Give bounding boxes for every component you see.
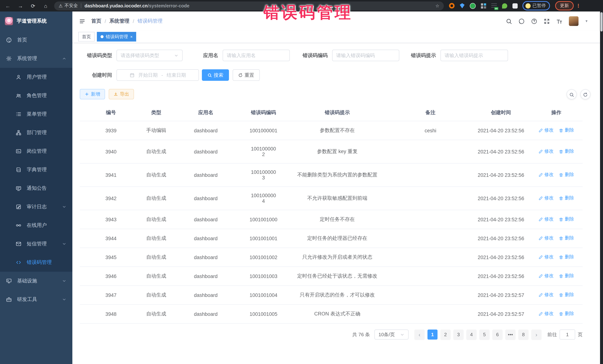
edit-link[interactable]: 修改	[538, 127, 554, 134]
error-code-input[interactable]: 请输入错误码编码	[332, 50, 399, 61]
lines-on-extension[interactable]: on	[491, 3, 497, 8]
delete-link[interactable]: 删除	[559, 311, 574, 317]
edit-link[interactable]: 修改	[538, 273, 554, 279]
browser-menu-icon[interactable]: ⋮	[576, 3, 581, 9]
user-avatar[interactable]	[569, 16, 579, 26]
calendar-icon	[129, 72, 135, 78]
sidebar-item-menu-list[interactable]: 菜单管理	[0, 105, 72, 123]
delete-link[interactable]: 删除	[559, 216, 574, 223]
edit-link[interactable]: 修改	[538, 311, 554, 317]
delete-link[interactable]: 删除	[559, 172, 574, 178]
page-button-5[interactable]: 5	[479, 330, 489, 340]
reload-icon[interactable]: ⟳	[29, 3, 37, 9]
sidebar-item-audit-log[interactable]: 审计日志	[0, 198, 72, 216]
app-name-input[interactable]: 请输入应用名	[223, 50, 290, 61]
hamburger-icon[interactable]	[79, 18, 85, 24]
breadcrumb-system[interactable]: 系统管理	[109, 18, 129, 24]
sidebar-item-label: 部门管理	[27, 129, 47, 136]
range-separator: -	[162, 72, 163, 78]
sidebar-item-devtool[interactable]: 研发工具	[0, 290, 72, 309]
search-icon[interactable]	[506, 18, 512, 24]
delete-link[interactable]: 删除	[559, 292, 574, 298]
delete-link[interactable]: 删除	[559, 235, 574, 242]
topbar: 首页 / 系统管理 / 错误码管理	[72, 11, 603, 31]
date-range-picker[interactable]: 开始日期 - 结束日期	[116, 69, 199, 81]
prev-page-button[interactable]: ‹	[415, 330, 425, 340]
delete-link[interactable]: 删除	[559, 148, 574, 155]
refresh-table-button[interactable]	[580, 89, 590, 99]
sidebar-item-user[interactable]: 用户管理	[0, 68, 72, 86]
edit-link[interactable]: 修改	[538, 172, 554, 178]
breadcrumb-home[interactable]: 首页	[91, 18, 101, 24]
edit-link[interactable]: 修改	[538, 235, 554, 242]
export-button[interactable]: 导出	[109, 89, 134, 99]
tab-home[interactable]: 首页	[78, 32, 95, 42]
search-button[interactable]: 搜索	[202, 69, 229, 81]
page-button-2[interactable]: 2	[441, 330, 451, 340]
sidebar-item-users[interactable]: 角色管理	[0, 86, 72, 105]
page-button-6[interactable]: 6	[492, 330, 502, 340]
delete-link[interactable]: 删除	[559, 195, 574, 201]
puzzle-extension[interactable]	[512, 3, 518, 8]
back-icon[interactable]: ←	[4, 3, 12, 9]
table-body: 3939手动编辑dashboard1001000001参数配置不存在ceshi2…	[80, 121, 583, 323]
error-msg-input[interactable]: 请输入错误码提示	[441, 50, 508, 61]
page-size-select[interactable]: 10条/页	[374, 330, 408, 340]
error-type-select[interactable]: 请选择错误码类型	[116, 50, 183, 61]
scrollbar-thumb[interactable]	[600, 12, 603, 32]
reset-button[interactable]: 重置	[233, 69, 260, 81]
sidebar-item-infra[interactable]: 基础设施	[0, 272, 72, 290]
toggle-search-button[interactable]	[567, 89, 577, 99]
chevron-down-icon	[62, 205, 66, 209]
edit-link[interactable]: 修改	[538, 216, 554, 223]
sidebar-item-code[interactable]: 错误码管理	[0, 253, 72, 272]
font-size-icon[interactable]	[556, 18, 563, 24]
delete-link[interactable]: 删除	[559, 273, 574, 279]
sidebar-item-dashboard[interactable]: 首页	[0, 31, 72, 49]
blue-gem-extension[interactable]	[460, 3, 464, 8]
sidebar-item-sms[interactable]: 短信管理	[0, 235, 72, 253]
grid-squares-extension[interactable]	[481, 3, 486, 8]
edit-link[interactable]: 修改	[538, 254, 554, 260]
address-bar[interactable]: ⚠ 不安全 dashboard.yudao.iocoder.cn /system…	[54, 1, 444, 10]
row-remark	[389, 229, 472, 248]
delete-link[interactable]: 删除	[559, 254, 574, 260]
column-header: 操作	[530, 105, 583, 121]
page-scrollbar[interactable]	[600, 11, 603, 364]
bookmark-star-icon[interactable]: ☆	[435, 3, 439, 8]
green-circle-extension[interactable]	[470, 3, 476, 9]
edit-link[interactable]: 修改	[538, 195, 554, 201]
edit-icon	[538, 173, 543, 177]
page-button-4[interactable]: 4	[466, 330, 476, 340]
delete-icon	[559, 128, 563, 133]
orange-ring-extension[interactable]	[449, 3, 454, 9]
page-button-3[interactable]: 3	[453, 330, 464, 340]
extension-paused-pill[interactable]: 已暂停	[522, 1, 550, 10]
close-icon[interactable]: ×	[130, 34, 133, 39]
fullscreen-icon[interactable]	[544, 18, 550, 24]
tab-error-code[interactable]: 错误码管理×	[97, 32, 136, 42]
avatar-caret-icon[interactable]: ▼	[585, 19, 588, 23]
edit-link[interactable]: 修改	[538, 148, 554, 155]
goto-page-input[interactable]: 1	[560, 330, 575, 340]
sidebar-item-post-card[interactable]: 岗位管理	[0, 142, 72, 161]
sidebar-logo-row[interactable]: 芋道管理系统	[0, 11, 72, 31]
add-button[interactable]: 新增	[80, 89, 105, 99]
help-icon[interactable]	[531, 18, 537, 24]
next-page-button[interactable]: ›	[531, 330, 541, 340]
forward-icon[interactable]: →	[16, 3, 24, 9]
sidebar-item-org-tree[interactable]: 部门管理	[0, 123, 72, 142]
github-icon[interactable]	[518, 18, 525, 24]
sidebar-item-gear[interactable]: 系统管理	[0, 49, 72, 68]
sidebar-item-link[interactable]: 在线用户	[0, 216, 72, 235]
sidebar-item-notice[interactable]: 通知公告	[0, 179, 72, 198]
more-pages-button[interactable]: •••	[505, 330, 515, 340]
home-icon[interactable]: ⌂	[42, 3, 50, 9]
delete-link[interactable]: 删除	[559, 127, 574, 134]
page-button-8[interactable]: 8	[518, 330, 528, 340]
edit-link[interactable]: 修改	[538, 292, 554, 298]
green-leaf-extension[interactable]	[502, 3, 507, 8]
browser-update-button[interactable]: 更新	[555, 1, 574, 10]
page-button-1[interactable]: 1	[428, 330, 438, 340]
sidebar-item-dict-book[interactable]: 字典管理	[0, 161, 72, 179]
